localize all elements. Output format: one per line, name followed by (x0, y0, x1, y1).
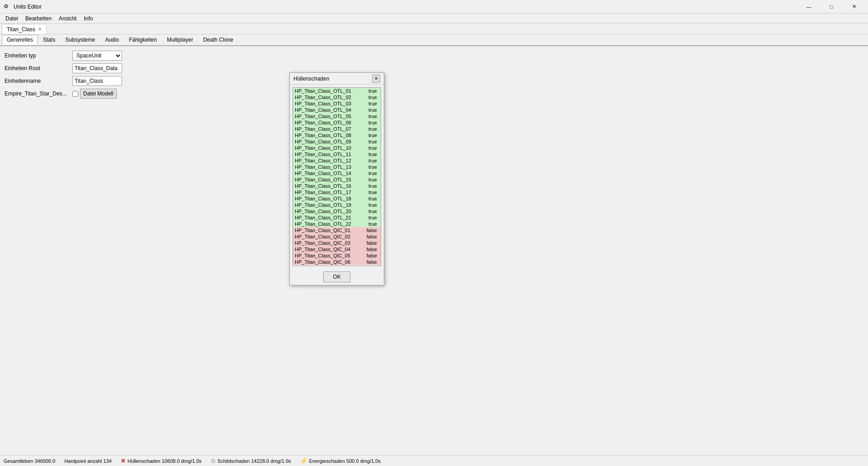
list-item-value: true (368, 101, 377, 106)
tab-faehigkeiten[interactable]: Fähigkeiten (124, 35, 162, 45)
list-item-value: true (368, 164, 377, 170)
list-item-value: true (368, 171, 377, 176)
list-item-value: true (368, 139, 377, 144)
list-item-name: HP_Titan_Class_OTL_20 (295, 209, 351, 214)
datei-modell-button[interactable]: Datei Modell (80, 89, 117, 99)
list-item[interactable]: HP_Titan_Class_OTL_08true (293, 132, 381, 138)
list-item[interactable]: HP_Titan_Class_QIC_03false (293, 240, 381, 246)
list-item[interactable]: HP_Titan_Class_OTL_06true (293, 119, 381, 126)
list-item-name: HP_Titan_Class_OTL_02 (295, 95, 351, 100)
energieschaden-text: Energieschaden 500.0 dmg/1.0s (309, 458, 381, 464)
list-item-value: true (368, 88, 377, 94)
list-item-name: HP_Titan_Class_OTL_18 (295, 196, 351, 201)
list-item[interactable]: HP_Titan_Class_QIC_02false (293, 233, 381, 240)
list-item-name: HP_Titan_Class_QIC_04 (295, 247, 350, 252)
list-item[interactable]: HP_Titan_Class_OTL_02true (293, 94, 381, 100)
tab-death-clone[interactable]: Death Clone (198, 35, 238, 45)
einheiten-root-input[interactable] (72, 63, 122, 73)
list-item-value: false (367, 228, 377, 233)
list-item[interactable]: HP_Titan_Class_OTL_01true (293, 88, 381, 94)
list-item-value: true (368, 158, 377, 163)
menu-ansicht[interactable]: Ansicht (55, 14, 80, 23)
menu-datei[interactable]: Datei (2, 14, 22, 23)
hullenschaden-icon: ✖ (121, 457, 126, 464)
dialog-title: Hüllenschaden (293, 76, 329, 82)
list-item[interactable]: HP_Titan_Class_QIC_04false (293, 246, 381, 252)
menu-info[interactable]: Info (80, 14, 96, 23)
list-item[interactable]: HP_Titan_Class_QIC_01false (293, 227, 381, 233)
tab-generelles[interactable]: Generelles (2, 35, 38, 45)
list-item[interactable]: HP_Titan_Class_OTL_14true (293, 170, 381, 176)
list-item[interactable]: HP_Titan_Class_OTL_13true (293, 164, 381, 170)
list-item-name: HP_Titan_Class_QIC_03 (295, 240, 350, 246)
list-item-value: false (367, 234, 377, 239)
list-item-value: true (368, 190, 377, 195)
einheiten-typ-row: Einheiten typ SpaceUnit (5, 51, 863, 61)
list-item-value: true (368, 215, 377, 220)
list-item[interactable]: HP_Titan_Class_OTL_10true (293, 145, 381, 151)
list-item[interactable]: HP_Titan_Class_OTL_15true (293, 176, 381, 183)
hullenschaden-dialog: Hüllenschaden ✕ HP_Titan_Class_OTL_01tru… (289, 72, 384, 285)
list-item-value: true (368, 196, 377, 201)
list-item[interactable]: HP_Titan_Class_OTL_18true (293, 195, 381, 202)
list-item[interactable]: HP_Titan_Class_OTL_04true (293, 107, 381, 113)
list-item-value: true (368, 145, 377, 151)
energieschaden-icon: ⚡ (300, 457, 307, 464)
list-item-value: false (367, 253, 377, 258)
list-item-value: true (368, 107, 377, 113)
list-item-name: HP_Titan_Class_OTL_12 (295, 158, 351, 163)
dialog-close-button[interactable]: ✕ (372, 75, 380, 83)
list-item[interactable]: HP_Titan_Class_OTL_05true (293, 113, 381, 119)
menu-bearbeiten[interactable]: Bearbeiten (22, 14, 55, 23)
list-item[interactable]: HP_Titan_Class_OTL_21true (293, 214, 381, 221)
dialog-ok-button[interactable]: OK (323, 271, 350, 282)
tab-subsysteme[interactable]: Subsysteme (60, 35, 100, 45)
list-item-value: true (368, 177, 377, 182)
list-item[interactable]: HP_Titan_Class_OTL_19true (293, 202, 381, 208)
list-item[interactable]: HP_Titan_Class_QIC_06false (293, 259, 381, 265)
einheitenname-label: Einheitenname (5, 78, 72, 84)
empire-titan-checkbox[interactable] (72, 91, 78, 97)
list-item[interactable]: HP_Titan_Class_OTL_11true (293, 151, 381, 157)
status-hardpoint: Hardpoint anzahl 134 (64, 458, 112, 464)
list-item-value: false (367, 259, 377, 265)
einheitenname-input[interactable] (72, 76, 122, 86)
close-button[interactable]: ✕ (844, 0, 864, 14)
tab-multiplayer[interactable]: Multiplayer (162, 35, 198, 45)
list-item-value: true (368, 126, 377, 132)
list-item[interactable]: HP_Titan_Class_OTL_17true (293, 189, 381, 195)
doc-tab-titan-class[interactable]: Titan_Class ✕ (2, 24, 47, 34)
dialog-list[interactable]: HP_Titan_Class_OTL_01trueHP_Titan_Class_… (293, 88, 381, 266)
list-item-value: true (368, 120, 377, 125)
list-item-name: HP_Titan_Class_OTL_11 (295, 152, 351, 157)
list-item-value: true (368, 114, 377, 119)
feature-tabs: Generelles Stats Subsysteme Audio Fähigk… (0, 34, 868, 46)
doc-tab-close[interactable]: ✕ (38, 27, 42, 32)
list-item-name: HP_Titan_Class_OTL_22 (295, 221, 351, 227)
list-item-name: HP_Titan_Class_QIC_06 (295, 259, 350, 265)
empire-titan-label: Empire_Titan_Star_Des... (5, 90, 72, 97)
list-item-value: true (368, 183, 377, 189)
doc-tabs: Titan_Class ✕ (0, 24, 868, 34)
list-item[interactable]: HP_Titan_Class_OTL_07true (293, 126, 381, 132)
list-item[interactable]: HP_Titan_Class_OTL_22true (293, 221, 381, 227)
list-item[interactable]: HP_Titan_Class_OTL_16true (293, 183, 381, 189)
list-item-name: HP_Titan_Class_OTL_19 (295, 202, 351, 208)
list-item[interactable]: HP_Titan_Class_OTL_03true (293, 100, 381, 107)
app-icon: ⚙ (4, 3, 11, 10)
tab-audio[interactable]: Audio (100, 35, 124, 45)
minimize-button[interactable]: — (798, 0, 819, 14)
maximize-button[interactable]: □ (821, 0, 842, 14)
einheiten-root-label: Einheiten Root (5, 65, 72, 71)
list-item-name: HP_Titan_Class_OTL_09 (295, 139, 351, 144)
list-item[interactable]: HP_Titan_Class_OTL_20true (293, 208, 381, 214)
einheiten-typ-select[interactable]: SpaceUnit (72, 51, 122, 61)
list-item[interactable]: HP_Titan_Class_OTL_12true (293, 157, 381, 164)
list-item-value: true (368, 133, 377, 138)
tab-stats[interactable]: Stats (38, 35, 60, 45)
list-item[interactable]: HP_Titan_Class_QIC_05false (293, 252, 381, 259)
list-item[interactable]: HP_Titan_Class_OTL_09true (293, 138, 381, 145)
list-item-name: HP_Titan_Class_OTL_05 (295, 114, 351, 119)
dialog-ok-container: OK (290, 269, 384, 285)
list-item-name: HP_Titan_Class_OTL_06 (295, 120, 351, 125)
